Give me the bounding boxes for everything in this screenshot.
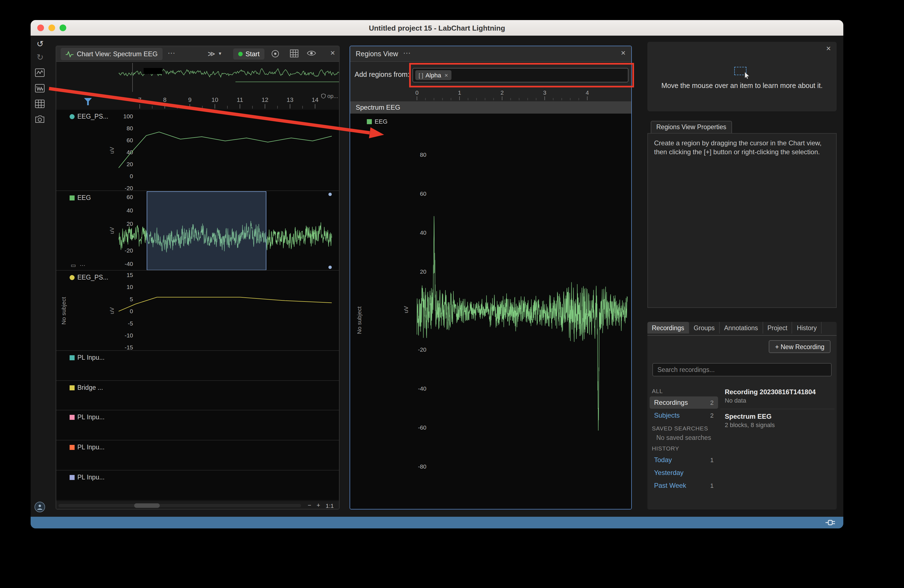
channel-plot[interactable]	[119, 351, 339, 381]
channel-color-marker	[70, 114, 74, 119]
channel-plot[interactable]	[119, 441, 339, 471]
channel-plot[interactable]	[119, 410, 339, 441]
tab-project[interactable]: Project	[763, 322, 792, 334]
scrollbar-track[interactable]	[58, 504, 301, 507]
y-axis-unit: uV	[403, 306, 409, 313]
start-button[interactable]: Start	[233, 49, 265, 60]
zoom-in-button[interactable]: +	[315, 502, 322, 508]
close-panel-icon[interactable]: ✕	[330, 49, 335, 57]
svg-text:60: 60	[420, 190, 427, 197]
zoom-out-button[interactable]: −	[306, 502, 313, 508]
svg-text:100: 100	[123, 113, 133, 119]
channel-rows: EEG_PS...uV100806040200-20EEGuV6040200-2…	[56, 110, 339, 500]
channel-plot[interactable]: 151050-5-10-15	[119, 270, 339, 351]
grid-icon[interactable]	[290, 49, 299, 57]
power-plug-icon	[825, 520, 836, 526]
channel-row[interactable]: EEG_PS...uV151050-5-10-15	[56, 270, 340, 350]
channel-color-marker	[70, 475, 74, 480]
hint-panel: ✕ Move the mouse over an item to learn m…	[647, 42, 837, 111]
channel-plot[interactable]: 6040200-20-40	[119, 191, 339, 270]
svg-text:1: 1	[458, 89, 461, 96]
table-view-tool-icon[interactable]	[35, 100, 44, 108]
undo-icon[interactable]: ↺	[35, 39, 45, 49]
svg-text:13: 13	[287, 96, 293, 103]
chart-view-menu-icon[interactable]: ⋯	[168, 49, 175, 57]
channel-name: EEG	[77, 194, 91, 201]
channel-label[interactable]: PL Inpu...	[70, 354, 105, 361]
chevron-down-icon[interactable]: ▾	[219, 51, 221, 56]
regions-plot[interactable]: 80604020-20-40-60-80	[350, 114, 631, 509]
minimize-window-button[interactable]	[49, 24, 55, 31]
filter-funnel-icon[interactable]	[84, 98, 92, 105]
sampling-settings-icon[interactable]	[271, 49, 280, 58]
channel-label[interactable]: EEG	[70, 194, 91, 201]
channel-tools[interactable]: ▭ ⋯	[71, 262, 86, 269]
collapse-panel-icon[interactable]: ≫	[208, 49, 215, 58]
channel-row[interactable]: PL Inpu...	[56, 440, 340, 470]
channel-plot[interactable]: 100806040200-20	[119, 110, 339, 190]
search-recordings-input[interactable]	[653, 363, 831, 376]
horizontal-scrollbar[interactable]: − + 1:1	[56, 501, 339, 509]
tab-recordings[interactable]: Recordings	[647, 322, 689, 334]
tab-annotations[interactable]: Annotations	[720, 322, 763, 334]
new-recording-button[interactable]: + New Recording	[769, 340, 831, 353]
user-avatar[interactable]	[35, 502, 45, 512]
channel-name: PL Inpu...	[77, 474, 105, 481]
svg-text:20: 20	[126, 220, 133, 227]
time-ruler[interactable]: 7891011121314	[119, 95, 339, 109]
channel-label[interactable]: PL Inpu...	[70, 444, 105, 450]
spectrum-view-tool-icon[interactable]	[35, 84, 44, 92]
channel-row[interactable]: PL Inpu...	[56, 410, 340, 440]
channel-row[interactable]: Bridge ...	[56, 380, 340, 410]
channel-label[interactable]: PL Inpu...	[70, 414, 105, 420]
close-panel-icon[interactable]: ✕	[621, 49, 626, 57]
person-icon	[37, 504, 43, 510]
nav-recordings[interactable]: Recordings 2	[650, 397, 718, 409]
channel-row[interactable]: PL Inpu...	[56, 470, 340, 500]
window-title: Untitled project 15 - LabChart Lightning	[369, 24, 505, 32]
chart-overview-strip[interactable]	[119, 63, 339, 92]
svg-text:0: 0	[130, 173, 133, 179]
zoom-level: 1:1	[326, 502, 334, 509]
list-item[interactable]: Recording 20230816T141804 No data	[720, 385, 834, 409]
channel-label[interactable]: PL Inpu...	[70, 474, 105, 481]
eye-icon[interactable]	[307, 49, 316, 57]
channel-name: PL Inpu...	[77, 414, 105, 420]
svg-text:0: 0	[130, 308, 133, 315]
desktop: Untitled project 15 - LabChart Lightning…	[0, 0, 904, 588]
nav-yesterday[interactable]: Yesterday	[650, 466, 718, 479]
redo-icon[interactable]: ↻	[35, 52, 45, 62]
svg-text:-20: -20	[418, 346, 427, 353]
tab-regions-view-properties[interactable]: Regions View Properties	[651, 121, 732, 134]
close-icon[interactable]: ✕	[826, 45, 831, 52]
channel-row[interactable]: PL Inpu...	[56, 350, 340, 380]
channel-label[interactable]: EEG_PS...	[70, 113, 108, 120]
window-titlebar[interactable]: Untitled project 15 - LabChart Lightning	[31, 20, 843, 36]
channel-row[interactable]: EEGuV6040200-20-40▭ ⋯	[56, 190, 340, 270]
channel-plot[interactable]	[119, 471, 339, 501]
status-bar	[31, 517, 843, 528]
channel-label[interactable]: EEG_PS...	[70, 274, 108, 281]
nav-subjects[interactable]: Subjects 2	[650, 409, 718, 422]
regions-plot-area[interactable]: 80604020-20-40-60-80 EEG No subject uV	[350, 114, 631, 509]
svg-text:-60: -60	[418, 424, 427, 431]
nav-today[interactable]: Today 1	[650, 454, 718, 466]
scrollbar-thumb[interactable]	[134, 503, 160, 508]
chart-view-title-chip[interactable]: Chart View: Spectrum EEG	[61, 48, 163, 60]
channel-plot[interactable]	[119, 381, 339, 410]
list-item[interactable]: Spectrum EEG 2 blocks, 8 signals	[720, 409, 834, 433]
selection-region[interactable]	[147, 191, 266, 270]
nav-past-week[interactable]: Past Week 1	[650, 479, 718, 492]
spectrum-eeg-section-header[interactable]: Spectrum EEG	[350, 101, 631, 114]
regions-view-menu-icon[interactable]: ⋯	[403, 49, 411, 57]
tab-groups[interactable]: Groups	[689, 322, 719, 334]
tab-history[interactable]: History	[792, 322, 822, 334]
chart-view-tool-icon[interactable]	[35, 68, 44, 77]
regions-time-ruler[interactable]: 01234	[350, 89, 631, 101]
close-window-button[interactable]	[37, 24, 44, 31]
channel-row[interactable]: EEG_PS...uV100806040200-20	[56, 110, 340, 190]
svg-text:5: 5	[130, 296, 133, 302]
channel-label[interactable]: Bridge ...	[70, 384, 103, 391]
zoom-window-button[interactable]	[60, 24, 66, 31]
camera-icon[interactable]	[35, 115, 44, 123]
